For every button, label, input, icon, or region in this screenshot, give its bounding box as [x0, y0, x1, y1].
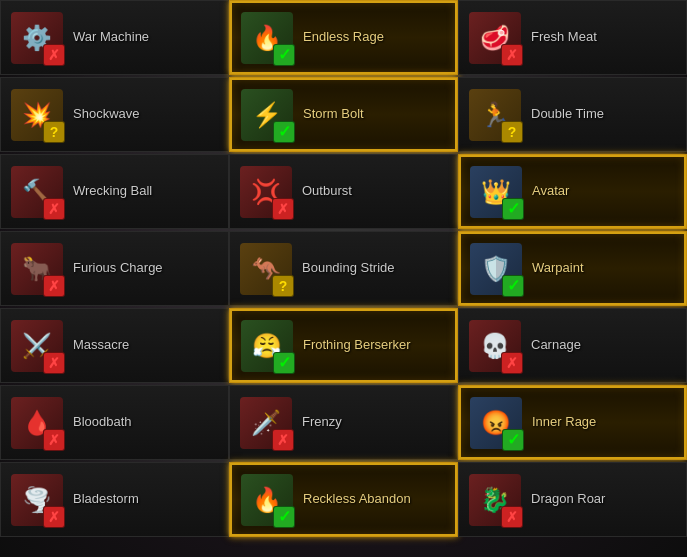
ability-name-furious-charge: Furious Charge	[73, 260, 163, 277]
ability-name-bounding-stride: Bounding Stride	[302, 260, 395, 277]
ability-name-reckless-abandon: Reckless Abandon	[303, 491, 411, 508]
ability-cell-warpaint[interactable]: 🛡️✓Warpaint	[458, 231, 687, 306]
ability-cell-furious-charge[interactable]: 🐂✗Furious Charge	[0, 231, 229, 306]
ability-icon-wrapper-carnage: 💀✗	[469, 320, 521, 372]
ability-name-warpaint: Warpaint	[532, 260, 584, 277]
status-badge-bounding-stride: ?	[272, 275, 294, 297]
ability-cell-massacre[interactable]: ⚔️✗Massacre	[0, 308, 229, 383]
ability-name-wrecking-ball: Wrecking Ball	[73, 183, 152, 200]
ability-name-inner-rage: Inner Rage	[532, 414, 596, 431]
ability-cell-inner-rage[interactable]: 😡✓Inner Rage	[458, 385, 687, 460]
ability-cell-bloodbath[interactable]: 🩸✗Bloodbath	[0, 385, 229, 460]
ability-icon-wrapper-warpaint: 🛡️✓	[470, 243, 522, 295]
ability-icon-wrapper-dragon-roar: 🐉✗	[469, 474, 521, 526]
ability-name-endless-rage: Endless Rage	[303, 29, 384, 46]
ability-cell-frothing-berserker[interactable]: 😤✓Frothing Berserker	[229, 308, 458, 383]
ability-icon-wrapper-avatar: 👑✓	[470, 166, 522, 218]
status-badge-warpaint: ✓	[502, 275, 524, 297]
ability-cell-reckless-abandon[interactable]: 🔥✓Reckless Abandon	[229, 462, 458, 537]
status-badge-fresh-meat: ✗	[501, 44, 523, 66]
ability-name-frothing-berserker: Frothing Berserker	[303, 337, 411, 354]
ability-cell-fresh-meat[interactable]: 🥩✗Fresh Meat	[458, 0, 687, 75]
status-badge-furious-charge: ✗	[43, 275, 65, 297]
status-badge-endless-rage: ✓	[273, 44, 295, 66]
ability-icon-wrapper-shockwave: 💥?	[11, 89, 63, 141]
ability-cell-dragon-roar[interactable]: 🐉✗Dragon Roar	[458, 462, 687, 537]
ability-cell-outburst[interactable]: 💢✗Outburst	[229, 154, 458, 229]
ability-icon-wrapper-war-machine: ⚙️✗	[11, 12, 63, 64]
status-badge-war-machine: ✗	[43, 44, 65, 66]
ability-name-fresh-meat: Fresh Meat	[531, 29, 597, 46]
ability-name-war-machine: War Machine	[73, 29, 149, 46]
ability-name-storm-bolt: Storm Bolt	[303, 106, 364, 123]
ability-icon-wrapper-bounding-stride: 🦘?	[240, 243, 292, 295]
ability-name-bladestorm: Bladestorm	[73, 491, 139, 508]
ability-icon-wrapper-reckless-abandon: 🔥✓	[241, 474, 293, 526]
ability-cell-avatar[interactable]: 👑✓Avatar	[458, 154, 687, 229]
ability-icon-wrapper-outburst: 💢✗	[240, 166, 292, 218]
ability-name-massacre: Massacre	[73, 337, 129, 354]
ability-name-shockwave: Shockwave	[73, 106, 139, 123]
status-badge-frenzy: ✗	[272, 429, 294, 451]
ability-icon-wrapper-furious-charge: 🐂✗	[11, 243, 63, 295]
ability-icon-wrapper-fresh-meat: 🥩✗	[469, 12, 521, 64]
ability-cell-frenzy[interactable]: 🗡️✗Frenzy	[229, 385, 458, 460]
status-badge-wrecking-ball: ✗	[43, 198, 65, 220]
ability-grid: ⚙️✗War Machine🔥✓Endless Rage🥩✗Fresh Meat…	[0, 0, 687, 537]
status-badge-double-time: ?	[501, 121, 523, 143]
ability-icon-wrapper-bladestorm: 🌪️✗	[11, 474, 63, 526]
ability-name-dragon-roar: Dragon Roar	[531, 491, 605, 508]
status-badge-avatar: ✓	[502, 198, 524, 220]
ability-icon-wrapper-frothing-berserker: 😤✓	[241, 320, 293, 372]
status-badge-carnage: ✗	[501, 352, 523, 374]
ability-icon-wrapper-storm-bolt: ⚡✓	[241, 89, 293, 141]
status-badge-reckless-abandon: ✓	[273, 506, 295, 528]
ability-cell-war-machine[interactable]: ⚙️✗War Machine	[0, 0, 229, 75]
ability-icon-wrapper-endless-rage: 🔥✓	[241, 12, 293, 64]
ability-cell-shockwave[interactable]: 💥?Shockwave	[0, 77, 229, 152]
ability-cell-wrecking-ball[interactable]: 🔨✗Wrecking Ball	[0, 154, 229, 229]
ability-icon-wrapper-frenzy: 🗡️✗	[240, 397, 292, 449]
ability-cell-bladestorm[interactable]: 🌪️✗Bladestorm	[0, 462, 229, 537]
ability-name-bloodbath: Bloodbath	[73, 414, 132, 431]
ability-icon-wrapper-inner-rage: 😡✓	[470, 397, 522, 449]
ability-name-double-time: Double Time	[531, 106, 604, 123]
status-badge-outburst: ✗	[272, 198, 294, 220]
status-badge-bloodbath: ✗	[43, 429, 65, 451]
ability-name-frenzy: Frenzy	[302, 414, 342, 431]
status-badge-shockwave: ?	[43, 121, 65, 143]
status-badge-dragon-roar: ✗	[501, 506, 523, 528]
ability-cell-bounding-stride[interactable]: 🦘?Bounding Stride	[229, 231, 458, 306]
status-badge-massacre: ✗	[43, 352, 65, 374]
ability-icon-wrapper-massacre: ⚔️✗	[11, 320, 63, 372]
status-badge-inner-rage: ✓	[502, 429, 524, 451]
ability-cell-carnage[interactable]: 💀✗Carnage	[458, 308, 687, 383]
ability-name-carnage: Carnage	[531, 337, 581, 354]
ability-cell-storm-bolt[interactable]: ⚡✓Storm Bolt	[229, 77, 458, 152]
ability-name-avatar: Avatar	[532, 183, 569, 200]
ability-icon-wrapper-double-time: 🏃?	[469, 89, 521, 141]
ability-name-outburst: Outburst	[302, 183, 352, 200]
ability-icon-wrapper-wrecking-ball: 🔨✗	[11, 166, 63, 218]
ability-cell-endless-rage[interactable]: 🔥✓Endless Rage	[229, 0, 458, 75]
status-badge-storm-bolt: ✓	[273, 121, 295, 143]
status-badge-frothing-berserker: ✓	[273, 352, 295, 374]
status-badge-bladestorm: ✗	[43, 506, 65, 528]
ability-icon-wrapper-bloodbath: 🩸✗	[11, 397, 63, 449]
ability-cell-double-time[interactable]: 🏃?Double Time	[458, 77, 687, 152]
